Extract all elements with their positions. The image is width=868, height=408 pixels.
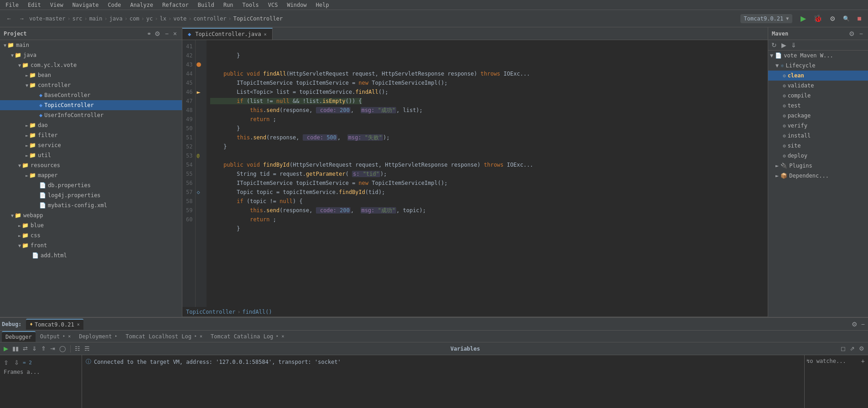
settings-button[interactable]: ⚙ (827, 14, 838, 24)
localhost-log-tab[interactable]: Tomcat Localhost Log ‣ × (122, 331, 207, 342)
debugger-tab[interactable]: Debugger (2, 331, 36, 342)
sidebar-collapse-icon[interactable]: − (164, 30, 170, 38)
sidebar-gear-icon[interactable]: ⚙ (153, 30, 162, 38)
maven-item-compile[interactable]: ⚙ compile (768, 91, 868, 101)
editor-breadcrumb-class[interactable]: TopicController (186, 309, 235, 315)
mute-breakpoints-button[interactable]: ◯ (57, 344, 68, 353)
maven-lifecycle-header[interactable]: ▼ ⚛ Lifecycle (768, 61, 868, 71)
panel-settings-button[interactable]: ⚙ (857, 344, 866, 353)
tree-item-filter[interactable]: ► 📁 filter (0, 130, 182, 140)
menu-item-window[interactable]: Window (285, 1, 308, 9)
maven-minimize-icon[interactable]: − (858, 30, 864, 38)
tree-item-bean[interactable]: ► 📁 bean (0, 70, 182, 80)
breadcrumb-java[interactable]: java (109, 15, 123, 22)
tab-close-icon[interactable]: × (264, 32, 267, 37)
localhost-log-close[interactable]: × (200, 334, 202, 339)
breadcrumb-com[interactable]: com (129, 15, 140, 22)
tree-item-mapper[interactable]: ► 📁 mapper (0, 170, 182, 180)
breadcrumb-lx[interactable]: lx (160, 15, 166, 22)
project-name[interactable]: vote-master (29, 15, 65, 22)
stop-button[interactable]: ■ (854, 13, 864, 24)
tree-item-mybatis-xml[interactable]: 📄 mybatis-config.xml (0, 200, 182, 210)
search-everywhere-button[interactable]: 🔍 (840, 14, 852, 23)
tree-item-pkg[interactable]: ▼ 📁 com.yc.lx.vote (0, 60, 182, 70)
threads-button[interactable]: ☴ (83, 344, 92, 353)
tree-item-userinfocontroller[interactable]: ◆ UserInfoController (0, 110, 182, 120)
breadcrumb-yc[interactable]: yc (146, 15, 153, 22)
tree-item-service[interactable]: ► 📁 service (0, 140, 182, 150)
tree-item-basecontroller[interactable]: ◆ BaseController (0, 90, 182, 100)
maven-run-icon[interactable]: ▶ (780, 41, 788, 49)
breadcrumb-main[interactable]: main (89, 15, 103, 22)
tree-item-controller[interactable]: ▼ 📁 controller (0, 80, 182, 90)
open-in-window-button[interactable]: ◻ (839, 344, 847, 353)
tree-item-java[interactable]: ▼ 📁 java (0, 50, 182, 60)
debug-session-close[interactable]: × (77, 322, 80, 327)
tree-item-db-properties[interactable]: 📄 db.properties (0, 180, 182, 190)
step-into-button[interactable]: ⇓ (30, 344, 39, 353)
back-button[interactable]: ← (4, 14, 15, 23)
step-out-button[interactable]: ⇑ (39, 344, 48, 353)
maven-item-verify[interactable]: ⚙ verify (768, 121, 868, 131)
editor-tab-topiccontroller[interactable]: ◆ TopicController.java × (182, 28, 273, 40)
frames-down-icon[interactable]: ⇩ (12, 358, 21, 367)
menu-item-build[interactable]: Build (196, 1, 216, 9)
tree-item-resources[interactable]: ▼ 📁 resources (0, 160, 182, 170)
breadcrumb-controller[interactable]: controller (193, 15, 226, 22)
code-content[interactable]: } public void findAll(HttpServletRequest… (207, 40, 768, 307)
maven-item-site[interactable]: ⚙ site (768, 141, 868, 151)
catalina-log-tab[interactable]: Tomcat Catalina Log ‣ × (207, 331, 288, 342)
menu-item-refactor[interactable]: Refactor (160, 1, 191, 9)
debug-session-tab[interactable]: ♦ Tomcat9.0.21 × (26, 319, 83, 330)
maven-settings-icon[interactable]: ⚙ (847, 30, 856, 38)
menu-item-vcs[interactable]: VCS (266, 1, 280, 9)
pause-button[interactable]: ▮▮ (10, 344, 21, 353)
maven-item-validate[interactable]: ⚙ validate (768, 81, 868, 91)
run-config-dropdown-icon[interactable]: ▼ (786, 16, 789, 21)
tree-item-log4j-properties[interactable]: 📄 log4j.properties (0, 190, 182, 200)
menu-item-file[interactable]: File (4, 1, 21, 9)
tree-item-webapp[interactable]: ▼ 📁 webapp (0, 210, 182, 220)
breadcrumb-vote[interactable]: vote (173, 15, 186, 22)
maven-download-icon[interactable]: ⇓ (790, 41, 798, 49)
frames-up-icon[interactable]: ⇧ (2, 358, 10, 367)
deployment-tab[interactable]: Deployment ‣ (75, 331, 121, 342)
tree-item-blue[interactable]: ► 📁 blue (0, 220, 182, 230)
menu-item-edit[interactable]: Edit (26, 1, 43, 9)
maven-refresh-icon[interactable]: ↻ (770, 41, 778, 49)
menu-item-run[interactable]: Run (222, 1, 235, 9)
breadcrumb-class[interactable]: TopicController (233, 15, 283, 22)
menu-item-view[interactable]: View (48, 1, 65, 9)
add-watch-button[interactable]: + (860, 357, 866, 365)
debug-button[interactable]: 🐞 (811, 13, 825, 24)
catalina-log-close[interactable]: × (281, 334, 284, 339)
maven-item-package[interactable]: ⚙ package (768, 111, 868, 121)
editor-breadcrumb-method[interactable]: findAll() (243, 309, 272, 315)
tree-item-css[interactable]: ► 📁 css (0, 230, 182, 240)
maven-item-clean[interactable]: ⚙ clean (768, 71, 868, 81)
output-tab[interactable]: Output ‣ × (36, 331, 74, 342)
maven-dependencies-header[interactable]: ► 📦 Dependenc... (768, 171, 868, 181)
tree-item-main[interactable]: ▼ 📁 main (0, 40, 182, 50)
menu-item-analyze[interactable]: Analyze (128, 1, 155, 9)
menu-item-tools[interactable]: Tools (241, 1, 261, 9)
debug-minimize-icon[interactable]: − (860, 320, 866, 328)
tree-item-add-html[interactable]: 📄 add.html (0, 250, 182, 260)
step-over-button[interactable]: ⇄ (21, 344, 30, 353)
run-button[interactable]: ▶ (798, 13, 809, 24)
maven-item-deploy[interactable]: ⚙ deploy (768, 151, 868, 161)
forward-button[interactable]: → (16, 14, 27, 23)
tree-item-front[interactable]: ▼ 📁 front (0, 240, 182, 250)
breakpoint-43[interactable] (196, 62, 201, 67)
resume-button[interactable]: ▶ (2, 344, 10, 353)
menu-item-navigate[interactable]: Navigate (71, 1, 101, 9)
debug-settings-icon[interactable]: ⚙ (850, 320, 859, 328)
frames-button[interactable]: ☷ (73, 344, 82, 353)
restore-button[interactable]: ⇗ (848, 344, 857, 353)
maven-project-root[interactable]: ▼ 📄 vote Maven W... (768, 51, 868, 61)
breadcrumb-src[interactable]: src (72, 15, 83, 22)
tree-item-topiccontroller[interactable]: ◆ TopicController (0, 100, 182, 110)
menu-item-help[interactable]: Help (314, 1, 331, 9)
menu-item-code[interactable]: Code (106, 1, 123, 9)
maven-item-install[interactable]: ⚙ install (768, 131, 868, 141)
